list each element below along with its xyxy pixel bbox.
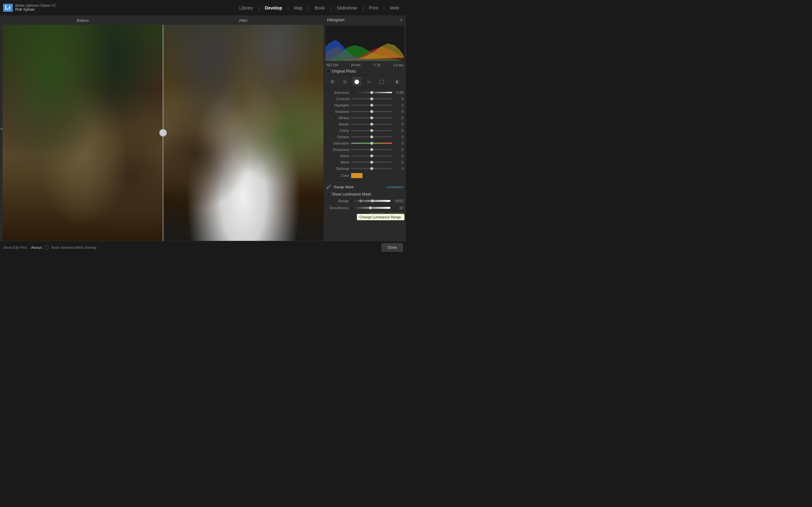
mask-overlay-checkbox[interactable] <box>45 245 49 249</box>
bottom-right: Done <box>378 243 406 251</box>
saturation-label: Saturation <box>326 141 349 145</box>
noise-thumb[interactable] <box>370 154 373 158</box>
nav-library[interactable]: Library <box>236 4 257 12</box>
show-mask-checkbox[interactable] <box>326 192 330 196</box>
smoothness-value: 50 <box>392 206 403 210</box>
contrast-thumb[interactable] <box>370 97 373 101</box>
dehaze-track <box>351 136 392 137</box>
nav-map[interactable]: Map <box>290 4 306 12</box>
nav-book[interactable]: Book <box>311 4 328 12</box>
sharpness-track <box>351 149 392 150</box>
defringe-slider-container <box>351 168 392 169</box>
original-photo-row: Original Photo <box>324 68 406 75</box>
original-photo-label: Original Photo <box>332 69 356 73</box>
histogram-header: Histogram ▼ <box>324 16 406 24</box>
contrast-value: 0 <box>394 97 403 101</box>
range-mask-type-dropdown[interactable]: Luminance <box>386 185 403 189</box>
dehaze-thumb[interactable] <box>370 135 373 138</box>
right-panel: Histogram ▼ ISO 100 24 mm f / 16 1 <box>323 16 406 241</box>
range-mask-label: Range Mask : <box>334 185 384 189</box>
clarity-track <box>351 130 392 131</box>
blacks-thumb[interactable] <box>370 123 373 126</box>
tooltip: Change Luminance Range. <box>357 214 404 220</box>
shadows-thumb[interactable] <box>370 110 373 113</box>
whites-slider-container <box>351 117 392 118</box>
edit-pins-label: Show Edit Pins : <box>3 245 29 249</box>
range-thumb-left[interactable] <box>359 199 362 203</box>
highlights-track <box>351 105 392 106</box>
clarity-label: Clarity <box>326 129 349 132</box>
lr-app-info: Adobe Lightroom Classic CC Rob Sylvan <box>15 4 56 12</box>
image-container <box>3 25 323 241</box>
whites-thumb[interactable] <box>370 116 373 119</box>
bottom-bar: Show Edit Pins : Always Show Selected Ma… <box>0 241 406 253</box>
dehaze-row: Dehaze 0 <box>324 134 406 140</box>
moire-slider-container <box>351 162 392 163</box>
exposure-value: 0.00 <box>394 91 403 95</box>
main-layout: ◀ Before After Histogram ▼ <box>0 16 406 241</box>
exposure-track <box>351 92 392 93</box>
clarity-row: Clarity 0 <box>324 127 406 134</box>
smoothness-slider-row: Smoothness 50 <box>324 205 406 211</box>
defringe-thumb[interactable] <box>370 167 373 170</box>
exposure-row: Exposure 0.00 <box>324 89 406 96</box>
done-button[interactable]: Done <box>382 243 403 251</box>
contrast-row: Contrast 0 <box>324 96 406 102</box>
aperture-value: f / 16 <box>373 63 380 67</box>
split-divider[interactable] <box>163 25 163 241</box>
contrast-track <box>351 98 392 100</box>
spot-removal-tool[interactable]: ◎ <box>340 77 349 86</box>
graduated-filter-tool[interactable]: ▭ <box>365 77 374 86</box>
lr-badge: Lr <box>3 4 13 12</box>
smoothness-thumb[interactable] <box>369 206 372 210</box>
color-swatch[interactable] <box>351 173 362 178</box>
mask-overlay-label: Show Selected Mask Overlay <box>51 245 97 249</box>
nav-slideshow[interactable]: Slideshow <box>333 4 361 12</box>
sharpness-thumb[interactable] <box>370 148 373 151</box>
highlights-slider-container <box>351 105 392 106</box>
nav-develop[interactable]: Develop <box>261 4 286 12</box>
exposure-label: Exposure <box>326 91 349 95</box>
redeye-tool[interactable]: ⬤ <box>352 77 361 86</box>
crop-tool[interactable]: ⊞ <box>328 77 337 86</box>
sharpness-row: Sharpness 0 <box>324 147 406 153</box>
highlights-thumb[interactable] <box>370 104 373 107</box>
blacks-track <box>351 124 392 125</box>
exposure-thumb[interactable] <box>370 91 373 94</box>
adjustment-brush-tool[interactable]: ◐ <box>393 77 402 86</box>
histogram-container <box>325 26 404 61</box>
defringe-track <box>351 168 392 169</box>
nav-print[interactable]: Print <box>365 4 382 12</box>
blacks-slider-container <box>351 124 392 125</box>
sharpness-slider-container <box>351 149 392 150</box>
range-thumb-right[interactable] <box>371 199 374 203</box>
blacks-row: Blacks 0 <box>324 121 406 127</box>
defringe-value: 0 <box>394 167 403 170</box>
moire-thumb[interactable] <box>370 161 373 164</box>
histogram-arrow-icon[interactable]: ▼ <box>400 18 403 22</box>
before-label: Before <box>3 18 163 23</box>
pipette-icon[interactable]: 🖊 <box>326 184 332 190</box>
always-dropdown[interactable]: Always <box>31 245 42 249</box>
divider-handle[interactable] <box>159 129 167 136</box>
whites-value: 0 <box>394 116 403 120</box>
clarity-thumb[interactable] <box>370 129 373 132</box>
defringe-label: Defringe <box>326 167 349 170</box>
nav-web[interactable]: Web <box>386 4 403 12</box>
before-image-content <box>3 25 163 241</box>
app-user: Rob Sylvan <box>15 7 56 12</box>
shadows-row: Shadows 0 <box>324 108 406 115</box>
noise-label: Noise <box>326 154 349 158</box>
radial-filter-tool[interactable]: ◯ <box>377 77 386 86</box>
left-panel-toggle[interactable]: ◀ <box>0 16 3 241</box>
highlights-row: Highlights 0 <box>324 102 406 108</box>
sharpness-value: 0 <box>394 148 403 152</box>
shutter-value: 1.0 sec <box>393 63 403 67</box>
noise-row: Noise 0 <box>324 153 406 159</box>
noise-value: 0 <box>394 154 403 158</box>
shadows-label: Shadows <box>326 110 349 113</box>
histogram-title: Histogram <box>327 18 345 22</box>
histogram-info: ISO 100 24 mm f / 16 1.0 sec <box>324 62 406 68</box>
original-photo-checkbox[interactable] <box>326 69 330 73</box>
saturation-thumb[interactable] <box>370 142 373 145</box>
